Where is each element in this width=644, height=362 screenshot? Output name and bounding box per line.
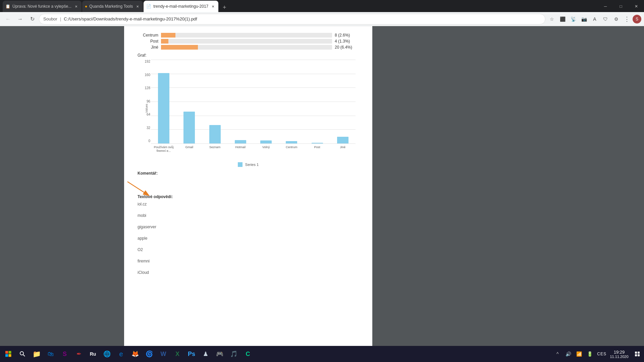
y-label-32: 32 [147, 126, 150, 130]
clock-time: 19:29 [614, 350, 625, 355]
chart-area: 192 160 128 96 64 32 0 Values [138, 60, 359, 157]
data-row-centrum-label: Centrum [138, 33, 161, 38]
chart-bar-3 [209, 125, 221, 143]
address-path: C:/Users/spaci/Downloads/trendy-e-mail-m… [64, 16, 197, 21]
extensions-button-2[interactable]: 📡 [568, 14, 578, 24]
address-bar[interactable]: Soubor | C:/Users/spaci/Downloads/trendy… [39, 14, 545, 24]
x-label-1: Používám svůjfiremní e... [151, 144, 176, 157]
tray-battery[interactable]: 🔋 [585, 349, 594, 359]
x-label-2: Gmail [176, 144, 202, 157]
tab-2-title: Quanda Marketing Tools [89, 4, 133, 9]
tab-3[interactable]: 📄 trendy-e-mail-marketingu-2017 ✕ [144, 1, 218, 12]
tab-2-close[interactable]: ✕ [135, 4, 140, 9]
data-row-centrum: Centrum 8 (2.6%) [138, 33, 359, 38]
content-area: Centrum 8 (2.6%) Post 4 (1.3%) Jiné [0, 26, 644, 346]
extensions-button-6[interactable]: ⚙ [611, 14, 621, 24]
word-button[interactable]: W [156, 347, 170, 361]
text-responses-title: Textové odpovědi: [138, 194, 359, 199]
file-manager-button[interactable]: 📁 [30, 347, 44, 361]
tab-1-title: Úprava: Nové funkce a vylepše... [12, 4, 71, 9]
toolbar-right: ☆ ⬛ 📡 📷 A 🛡 ⚙ ⋮ S [547, 14, 641, 24]
data-row-jine-value: 20 (6.4%) [332, 45, 359, 50]
reload-button[interactable]: ↻ [27, 14, 38, 24]
svg-rect-3 [9, 351, 11, 354]
gaming-button[interactable]: 🎮 [213, 347, 227, 361]
firefox-button[interactable]: 🦊 [128, 347, 142, 361]
system-tray: ^ 🔊 📶 🔋 [553, 349, 594, 359]
edge-old-button[interactable]: e [114, 347, 128, 361]
chart-bar-5 [260, 140, 272, 143]
excel-button[interactable]: X [170, 347, 184, 361]
bar-group-7 [305, 60, 330, 143]
window-controls: ─ □ ✕ [598, 1, 644, 12]
c-app-button[interactable]: C [241, 347, 255, 361]
left-sidebar [0, 26, 124, 346]
edge-button[interactable]: 🌐 [100, 347, 114, 361]
maximize-button[interactable]: □ [613, 1, 629, 12]
chart-bar-8 [337, 137, 348, 143]
tab-1-close[interactable]: ✕ [73, 4, 79, 9]
app-s-button[interactable]: S [58, 347, 72, 361]
extensions-button-5[interactable]: 🛡 [600, 14, 610, 24]
ru-app-button[interactable]: Ru [86, 347, 100, 361]
bar-group-1 [151, 60, 176, 143]
response-item-6: firemni [138, 259, 359, 265]
x-label-5: Volný [253, 144, 279, 157]
comment-section: Komentář: Textové odpovědi: iol.cz mobi … [138, 171, 359, 276]
settings-button[interactable]: ⋮ [622, 14, 632, 24]
data-row-jine-bar [161, 45, 332, 50]
grid-line-6 [151, 143, 356, 144]
response-item-1: iol.cz [138, 202, 359, 208]
tray-speaker[interactable]: 🔊 [564, 349, 573, 359]
new-tab-button[interactable]: + [220, 3, 229, 12]
svg-rect-5 [9, 354, 11, 357]
address-protocol: Soubor [43, 16, 57, 21]
svg-rect-11 [638, 354, 640, 356]
x-label-6: Centrum [279, 144, 304, 157]
pdf-page: Centrum 8 (2.6%) Post 4 (1.3%) Jiné [124, 26, 372, 346]
close-button[interactable]: ✕ [629, 1, 644, 12]
notification-button[interactable] [632, 349, 643, 359]
browser-window: 📋 Úprava: Nové funkce a vylepše... ✕ ● Q… [0, 0, 644, 346]
back-button[interactable]: ← [3, 14, 13, 24]
tray-network[interactable]: 📶 [574, 349, 584, 359]
start-button[interactable] [1, 347, 15, 361]
spotify-button[interactable]: 🎵 [227, 347, 241, 361]
tab-bar: 📋 Úprava: Nové funkce a vylepše... ✕ ● Q… [0, 0, 644, 12]
response-item-2: mobi [138, 213, 359, 219]
tab-2[interactable]: ● Quanda Marketing Tools ✕ [82, 1, 143, 12]
y-label-128: 128 [145, 86, 150, 90]
browser-toolbar: ← → ↻ Soubor | C:/Users/spaci/Downloads/… [0, 12, 644, 26]
data-row-centrum-value: 8 (2.6%) [332, 33, 359, 38]
profile-avatar[interactable]: S [633, 15, 641, 23]
bookmark-button[interactable]: ☆ [547, 14, 557, 24]
x-axis-labels: Používám svůjfiremní e... Gmail Seznam H… [151, 144, 356, 157]
tab-1[interactable]: 📋 Úprava: Nové funkce a vylepše... ✕ [3, 1, 82, 12]
tab-3-close[interactable]: ✕ [210, 4, 216, 9]
drawing-app-button[interactable]: ✒ [72, 347, 86, 361]
forward-button[interactable]: → [15, 14, 25, 24]
tray-expand[interactable]: ^ [553, 349, 562, 359]
photoshop-button[interactable]: Ps [184, 347, 199, 361]
taskbar: 📁 🛍 S ✒ Ru 🌐 e 🦊 🌀 W X Ps ♟ [0, 346, 644, 362]
bar-group-4 [228, 60, 253, 143]
chart-bar-1 [158, 73, 169, 143]
extensions-button-3[interactable]: 📷 [579, 14, 589, 24]
minimize-button[interactable]: ─ [598, 1, 613, 12]
extensions-button-1[interactable]: ⬛ [557, 14, 568, 24]
steam-button[interactable]: ♟ [199, 347, 213, 361]
data-row-post-bar [161, 39, 332, 44]
extensions-button-4[interactable]: A [590, 14, 600, 24]
clock-date: 11.11.2020 [610, 355, 628, 359]
wave-app-button[interactable]: 🌀 [142, 347, 156, 361]
bars-container [151, 60, 356, 143]
chart-bar-4 [235, 140, 246, 143]
search-button[interactable] [15, 347, 30, 361]
x-label-8: Jiné [330, 144, 356, 157]
taskbar-clock[interactable]: 19:29 11.11.2020 [609, 350, 629, 359]
store-button[interactable]: 🛍 [44, 347, 58, 361]
data-table: Centrum 8 (2.6%) Post 4 (1.3%) Jiné [138, 33, 359, 50]
svg-rect-8 [635, 352, 637, 354]
bar-group-2 [176, 60, 202, 143]
arrow-annotation [124, 178, 154, 198]
